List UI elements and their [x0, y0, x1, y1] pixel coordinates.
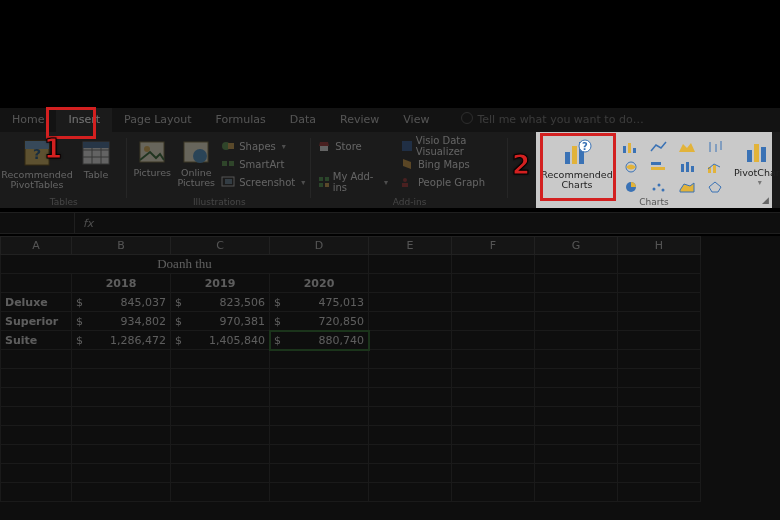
svg-rect-42 — [651, 162, 661, 165]
chart-column-button[interactable] — [618, 138, 644, 156]
svg-marker-54 — [709, 182, 721, 192]
tab-formulas[interactable]: Formulas — [204, 108, 278, 132]
svg-rect-23 — [319, 183, 323, 187]
svg-rect-57 — [761, 147, 766, 162]
cell-value[interactable]: $720,850 — [270, 312, 369, 331]
chart-type-grid — [618, 136, 728, 196]
svg-rect-45 — [686, 162, 689, 172]
pictures-button[interactable]: Pictures — [133, 136, 171, 178]
cell-value[interactable]: $475,013 — [270, 293, 369, 312]
svg-rect-21 — [319, 177, 323, 181]
svg-rect-46 — [691, 166, 694, 172]
pivotchart-button[interactable]: PivotChart▾ — [734, 136, 780, 187]
svg-rect-25 — [402, 141, 412, 151]
chart-radar-button[interactable] — [702, 178, 728, 196]
svg-rect-34 — [623, 146, 626, 153]
chart-line-button[interactable] — [646, 138, 672, 156]
col-header[interactable]: B — [72, 237, 171, 255]
cell-row-header[interactable]: Superior — [1, 312, 72, 331]
smartart-button[interactable]: SmartArt — [221, 156, 305, 172]
svg-point-50 — [653, 188, 656, 191]
cell-title[interactable]: Doanh thu — [1, 255, 369, 274]
cell-value[interactable]: $934,802 — [72, 312, 171, 331]
svg-rect-15 — [222, 161, 227, 166]
cell-row-header[interactable]: Deluxe — [1, 293, 72, 312]
group-addins: Store My Add-ins▾ Visio Data Visualizer … — [311, 132, 508, 208]
svg-point-51 — [658, 184, 661, 187]
bulb-icon — [461, 112, 473, 124]
group-tables: ? Recommended PivotTables Table Tables — [0, 132, 127, 208]
col-header[interactable]: E — [369, 237, 452, 255]
table-icon — [81, 138, 111, 168]
name-box[interactable] — [0, 213, 75, 233]
tab-review[interactable]: Review — [328, 108, 391, 132]
cell-value[interactable]: $823,506 — [171, 293, 270, 312]
svg-rect-43 — [651, 167, 665, 170]
chart-scatter-button[interactable] — [646, 178, 672, 196]
col-header[interactable]: G — [535, 237, 618, 255]
group-label-addins: Add-ins — [311, 197, 508, 207]
svg-point-10 — [144, 146, 150, 152]
group-charts: ? Recommended Charts PivotChart▾ Charts … — [536, 132, 772, 208]
tab-view[interactable]: View — [391, 108, 441, 132]
cell-row-header[interactable]: Suite — [1, 331, 72, 350]
chart-stock-button[interactable] — [702, 138, 728, 156]
worksheet-grid[interactable]: ABCDEFGHDoanh thu201820192020Deluxe$845,… — [0, 236, 780, 520]
svg-rect-29 — [565, 152, 570, 164]
svg-rect-30 — [572, 146, 577, 164]
svg-rect-8 — [83, 142, 109, 148]
cell-value[interactable]: $845,037 — [72, 293, 171, 312]
people-graph-button[interactable]: People Graph — [400, 174, 502, 190]
group-label-tables: Tables — [0, 197, 127, 207]
recommended-charts-button[interactable]: ? Recommended Charts — [542, 136, 612, 191]
tell-me-search[interactable]: Tell me what you want to do… — [449, 108, 655, 132]
svg-rect-56 — [754, 144, 759, 162]
visio-visualizer-button[interactable]: Visio Data Visualizer — [400, 138, 502, 154]
chart-combo-button[interactable] — [702, 158, 728, 176]
svg-rect-44 — [681, 164, 684, 172]
svg-text:?: ? — [582, 141, 588, 152]
svg-marker-37 — [679, 143, 695, 152]
svg-rect-18 — [225, 179, 232, 184]
svg-rect-20 — [320, 146, 328, 151]
cell-year-header[interactable]: 2019 — [171, 274, 270, 293]
online-pictures-button[interactable]: Online Pictures — [177, 136, 215, 189]
chart-area-button[interactable] — [674, 138, 700, 156]
charts-dialog-launcher-icon[interactable]: ◢ — [762, 195, 769, 205]
shapes-button[interactable]: Shapes▾ — [221, 138, 305, 154]
table-button[interactable]: Table — [74, 136, 118, 180]
tab-page-layout[interactable]: Page Layout — [112, 108, 204, 132]
chart-statistic-button[interactable] — [674, 158, 700, 176]
svg-marker-26 — [403, 159, 411, 169]
fx-icon[interactable]: fx — [75, 217, 101, 230]
cell-value[interactable]: $1,405,840 — [171, 331, 270, 350]
cell-value[interactable]: $1,286,472 — [72, 331, 171, 350]
svg-point-52 — [662, 189, 665, 192]
cell-year-header[interactable]: 2020 — [270, 274, 369, 293]
group-illustrations: Pictures Online Pictures Shapes▾ SmartAr… — [127, 132, 311, 208]
tab-data[interactable]: Data — [278, 108, 328, 132]
col-header[interactable]: C — [171, 237, 270, 255]
illustrations-mini-stack: Shapes▾ SmartArt Screenshot▾ — [221, 136, 305, 190]
cell-value[interactable]: $970,381 — [171, 312, 270, 331]
svg-point-12 — [193, 149, 207, 163]
col-header[interactable]: H — [618, 237, 701, 255]
chart-bar-button[interactable] — [646, 158, 672, 176]
chart-pie-button[interactable] — [618, 178, 644, 196]
recommended-charts-icon: ? — [561, 138, 593, 168]
cell-year-header[interactable]: 2018 — [72, 274, 171, 293]
col-header[interactable]: A — [1, 237, 72, 255]
chart-map-button[interactable] — [618, 158, 644, 176]
chart-surface-button[interactable] — [674, 178, 700, 196]
col-header[interactable]: F — [452, 237, 535, 255]
my-addins-button[interactable]: My Add-ins▾ — [317, 174, 388, 190]
cell-value[interactable]: $880,740 — [270, 331, 369, 350]
store-button[interactable]: Store — [317, 138, 388, 154]
tab-insert[interactable]: Insert — [56, 108, 112, 132]
svg-rect-28 — [402, 183, 408, 187]
svg-rect-9 — [140, 142, 164, 162]
col-header[interactable]: D — [270, 237, 369, 255]
screenshot-button[interactable]: Screenshot▾ — [221, 174, 305, 190]
tab-home[interactable]: Home — [0, 108, 56, 132]
bing-maps-button[interactable]: Bing Maps — [400, 156, 502, 172]
